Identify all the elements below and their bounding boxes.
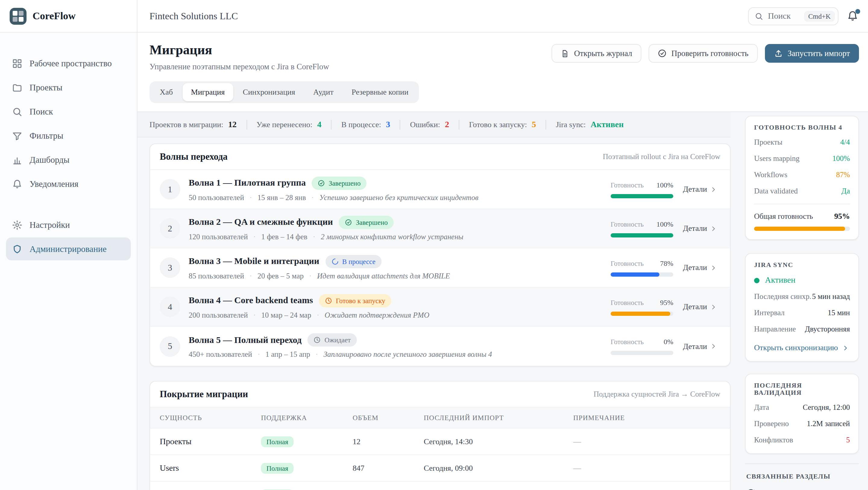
readiness-total-row: Общая готовность 95% — [754, 212, 850, 221]
wave-details-link[interactable]: Детали — [683, 184, 720, 194]
table-row-projects: Проекты Полная 12 Сегодня, 14:30 — — [150, 429, 730, 455]
sync-row-direction: Направление Двусторонняя — [754, 325, 850, 334]
status-badge-in-progress: В процессе — [325, 255, 381, 268]
sync-row-last-sync: Последняя синхр. 5 мин назад — [754, 292, 850, 301]
sidebar: Рабочее пространство Проекты Поиск Фильт… — [0, 33, 137, 490]
page-header: Миграция Управление поэтапным переходом … — [137, 33, 868, 112]
sidebar-item-label: Поиск — [30, 106, 53, 117]
waves-card: Волны перехода Поэтапный rollout с Jira … — [150, 144, 731, 366]
status-badge-done: Завершено — [339, 215, 394, 229]
bar-chart-icon — [12, 155, 22, 165]
coverage-card-title: Покрытие миграции — [160, 389, 248, 400]
brand: CoreFlow — [0, 0, 137, 32]
sidebar-item-filters[interactable]: Фильтры — [6, 124, 131, 147]
tab-bar: Хаб Миграция Синхронизация Аудит Резервн… — [150, 81, 418, 103]
sidebar-item-settings[interactable]: Настройки — [6, 213, 131, 236]
sync-icon — [746, 489, 755, 490]
wave-details-link[interactable]: Детали — [683, 302, 720, 312]
sidebar-item-projects[interactable]: Проекты — [6, 76, 131, 99]
sidebar-item-workspace[interactable]: Рабочее пространство — [6, 52, 131, 75]
validation-title: ПОСЛЕДНЯЯ ВАЛИДАЦИЯ — [754, 381, 850, 396]
spinner-icon — [331, 258, 338, 265]
tab-sync[interactable]: Синхронизация — [235, 83, 304, 101]
wave-row-2[interactable]: 2 Волна 2 — QA и смежные функции Заверше… — [150, 209, 730, 248]
readiness-row-projects: Проекты 4/4 — [754, 138, 850, 147]
bell-icon — [12, 179, 22, 189]
status-dot — [754, 278, 760, 283]
chevron-right-icon — [710, 264, 717, 271]
search-input[interactable]: Поиск Cmd+K — [748, 7, 838, 25]
open-journal-button[interactable]: Открыть журнал — [552, 44, 641, 63]
readiness-card-title: ГОТОВНОСТЬ ВОЛНЫ 4 — [754, 124, 850, 131]
wave-row-3[interactable]: 3 Волна 3 — Mobile и интеграции В процес… — [150, 248, 730, 287]
waves-card-subtitle: Поэтапный rollout с Jira на CoreFlow — [603, 152, 720, 161]
wave-details-link[interactable]: Детали — [683, 263, 720, 272]
filter-icon — [12, 130, 22, 141]
wave-meta: 85 пользователей· 20 фев – 5 мар· Идет в… — [189, 272, 603, 281]
shield-icon — [12, 244, 22, 254]
content-column: Проектов в миграции:12 Уже перенесено:4 … — [137, 112, 731, 490]
tab-audit[interactable]: Аудит — [305, 83, 342, 101]
grid-icon — [12, 58, 22, 68]
app-root: CoreFlow Fintech Solutions LLC Поиск Cmd… — [0, 0, 868, 490]
tab-backups[interactable]: Резервные копии — [343, 83, 417, 101]
wave-details-link[interactable]: Детали — [683, 224, 720, 233]
readiness-row-workflows: Workflows 87% — [754, 171, 850, 180]
sidebar-item-dashboards[interactable]: Дашборды — [6, 148, 131, 171]
progress-bar — [611, 233, 673, 237]
sidebar-item-search[interactable]: Поиск — [6, 100, 131, 123]
sidebar-item-label: Настройки — [30, 220, 70, 230]
status-badge-done: Завершено — [312, 176, 367, 189]
progress-bar — [611, 351, 673, 355]
search-icon — [755, 12, 763, 20]
open-sync-link[interactable]: Открыть синхронизацию — [754, 343, 850, 353]
wave-readiness: Готовность78% — [611, 259, 673, 276]
search-icon — [12, 106, 22, 117]
check-circle-icon — [345, 218, 352, 226]
chevron-right-icon — [710, 225, 717, 232]
wave-readiness: Готовность0% — [611, 338, 673, 355]
run-import-button[interactable]: Запустить импорт — [765, 44, 859, 63]
tab-migration[interactable]: Миграция — [183, 83, 233, 101]
wave-details-link[interactable]: Детали — [683, 341, 720, 351]
wave-number: 1 — [160, 179, 180, 200]
sidebar-item-administration[interactable]: Администрирование — [6, 238, 131, 261]
open-journal-label: Открыть журнал — [574, 49, 632, 58]
right-rail: ГОТОВНОСТЬ ВОЛНЫ 4 Проекты 4/4 Users map… — [731, 112, 868, 490]
jira-sync-status: Активен — [754, 275, 850, 285]
app-logo-icon — [10, 7, 27, 24]
notification-dot — [855, 9, 860, 14]
wave-readiness: Готовность100% — [611, 220, 673, 237]
table-row-issues: Issues Полная 1.2M Сегодня, 14:30 — — [150, 482, 730, 490]
stat-in-progress: В процессе:3 — [331, 120, 400, 129]
table-row-users: Users Полная 847 Сегодня, 09:00 — — [150, 455, 730, 482]
upload-icon — [774, 49, 783, 58]
related-link-sync[interactable]: Синхронизация — [746, 488, 859, 490]
support-badge: Полная — [261, 463, 293, 473]
readiness-row-data-validated: Data validated Да — [754, 187, 850, 196]
last-validation-card: ПОСЛЕДНЯЯ ВАЛИДАЦИЯ Дата Сегодня, 12:00 … — [745, 374, 859, 454]
check-readiness-button[interactable]: Проверить готовность — [649, 44, 758, 63]
check-readiness-label: Проверить готовность — [672, 49, 749, 58]
wave-row-5[interactable]: 5 Волна 5 — Полный переход Ожидает — [150, 327, 730, 366]
main-area: Миграция Управление поэтапным переходом … — [137, 33, 868, 490]
wave-number: 5 — [160, 336, 180, 357]
wave-row-1[interactable]: 1 Волна 1 — Пилотная группа Завершено — [150, 170, 730, 209]
notifications-button[interactable] — [847, 10, 858, 22]
sidebar-item-notifications[interactable]: Уведомления — [6, 172, 131, 195]
clock-icon — [314, 336, 321, 343]
progress-bar — [611, 194, 673, 198]
status-badge-ready: Готово к запуску — [319, 294, 391, 307]
page-subtitle: Управление поэтапным переходом с Jira в … — [150, 62, 329, 72]
validation-row-date: Дата Сегодня, 12:00 — [754, 403, 850, 412]
chevron-right-icon — [710, 186, 717, 192]
check-circle-icon — [658, 49, 667, 58]
folder-icon — [12, 82, 22, 93]
search-placeholder: Поиск — [768, 11, 790, 21]
clock-icon — [325, 297, 332, 304]
wave-number: 2 — [160, 218, 180, 239]
wave-title: Волна 5 — Полный переход — [189, 335, 302, 345]
tab-hub[interactable]: Хаб — [151, 83, 181, 101]
wave-row-4[interactable]: 4 Волна 4 — Core backend teams Готово к … — [150, 287, 730, 327]
validation-row-checked: Проверено 1.2M записей — [754, 420, 850, 429]
